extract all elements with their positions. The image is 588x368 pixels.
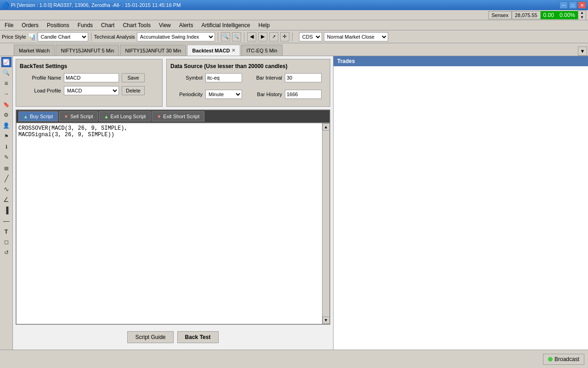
script-tab-buy[interactable]: ▲ Buy Script (18, 111, 58, 121)
export-button[interactable]: ↗ (269, 32, 278, 41)
forward-button[interactable]: ▶ (258, 32, 267, 41)
profile-name-input[interactable] (64, 73, 119, 82)
sidebar-info-icon[interactable]: ℹ (1, 142, 11, 152)
sensex-value: 28,075.55 (512, 11, 541, 19)
symbol-input[interactable] (205, 73, 242, 82)
sell-arrow-down-icon: ▼ (64, 114, 68, 119)
back-test-button[interactable]: Back Test (177, 331, 219, 343)
script-tab-buy-label: Buy Script (30, 114, 53, 119)
symbol-row: Symbol (170, 73, 242, 82)
menu-orders[interactable]: Orders (18, 21, 42, 29)
back-button[interactable]: ◀ (247, 32, 256, 41)
script-scrollbar: ▲ ▼ (322, 123, 329, 324)
broadcast-button[interactable]: Broadcast (543, 354, 584, 365)
script-tab-sell[interactable]: ▼ Sell Script (59, 111, 98, 121)
app-logo-icon: 🔵 (2, 2, 9, 9)
sidebar-flag-icon[interactable]: ⚑ (1, 131, 11, 141)
bar-interval-label: Bar Interval (248, 75, 282, 80)
titlebar-controls: ─ □ ✕ (560, 1, 586, 9)
close-button[interactable]: ✕ (578, 1, 586, 9)
cds-select[interactable]: CDS (299, 32, 322, 41)
scroll-up-btn[interactable]: ▲ (322, 123, 330, 131)
sidebar-arrow-icon[interactable]: → (1, 89, 11, 99)
sidebar-lines-icon[interactable]: ≣ (1, 163, 11, 173)
sidebar-user-icon[interactable]: 👤 (1, 121, 11, 131)
menu-view[interactable]: View (155, 21, 175, 29)
menu-chart-tools[interactable]: Chart Tools (119, 21, 154, 29)
sidebar-search-icon[interactable]: 🔍 (1, 68, 11, 78)
trades-content (334, 66, 588, 350)
sidebar-bars-icon[interactable]: ▐ (1, 205, 11, 215)
bar-interval-input[interactable] (285, 73, 322, 82)
broadcast-dot-icon (548, 357, 553, 362)
action-buttons: Script Guide Back Test (16, 328, 330, 347)
script-tab-exit-long[interactable]: ▲ Exit Long Script (99, 111, 151, 121)
bar-history-row: Bar History (248, 90, 322, 99)
script-editor-container: CROSSOVER(MACD(3, 26, 9, SIMPLE), MACDSi… (16, 123, 330, 324)
scroll-down-btn[interactable]: ▼ (322, 316, 330, 324)
backtest-settings-title: BackTest Settings (20, 63, 158, 69)
sensex-scroll-up[interactable]: ▲ (578, 11, 586, 15)
sidebar-list-icon[interactable]: ≡ (1, 78, 11, 88)
tab-backtest-macd[interactable]: Backtest MACD ✕ (187, 45, 240, 56)
menu-ai[interactable]: Artificial Intelligence (198, 21, 254, 29)
delete-button[interactable]: Delete (122, 86, 145, 95)
sidebar-curve-icon[interactable]: ∿ (1, 184, 11, 194)
backtest-panel: BackTest Settings Profile Name Save Load… (13, 56, 333, 350)
backtest-settings-box: BackTest Settings Profile Name Save Load… (16, 59, 163, 107)
price-style-icon: 📊 (28, 33, 36, 40)
bar-history-label: Bar History (248, 92, 282, 97)
sidebar-text-icon[interactable]: T (1, 226, 11, 236)
menu-funds[interactable]: Funds (74, 21, 96, 29)
sensex-scroll[interactable]: ▲ ▼ (578, 10, 586, 20)
tab-itc-5min[interactable]: ITC-EQ 5 Min (241, 45, 282, 56)
candle-chart-select[interactable]: Candle Chart (38, 32, 88, 41)
sidebar-minus-icon[interactable]: — (1, 216, 11, 226)
sidebar-pencil-icon[interactable]: ✎ (1, 152, 11, 162)
tab-close-backtest[interactable]: ✕ (232, 48, 235, 53)
menu-positions[interactable]: Positions (43, 21, 73, 29)
menu-chart[interactable]: Chart (97, 21, 118, 29)
script-tab-sell-label: Sell Script (70, 114, 93, 119)
tab-nifty-5min[interactable]: NIFTY15JANFUT 5 Min (56, 45, 119, 56)
script-tab-exit-short[interactable]: ▼ Exit Short Script (152, 111, 204, 121)
load-profile-select[interactable]: MACD (64, 86, 119, 95)
crosshair-button[interactable]: ✛ (280, 32, 289, 41)
bar-history-input[interactable] (285, 90, 322, 99)
minimize-button[interactable]: ─ (560, 1, 568, 9)
script-editor[interactable]: CROSSOVER(MACD(3, 26, 9, SIMPLE), MACDSi… (17, 123, 322, 324)
datasource-box: Data Source (Use lesser than 20000 candl… (166, 59, 330, 107)
sidebar: 📈 🔍 ≡ → 🔖 ⚙ 👤 ⚑ ℹ ✎ ≣ ╱ ∿ ∠ ▐ — T ◻ ↺ (0, 56, 13, 350)
script-guide-button[interactable]: Script Guide (127, 331, 173, 343)
load-profile-row: Load Profile MACD Delete (20, 86, 158, 95)
zoom-out-button[interactable]: 🔍 (232, 32, 241, 41)
tab-nifty-30min[interactable]: NIFTY15JANFUT 30 Min (120, 45, 186, 56)
exit-long-arrow-up-icon: ▲ (104, 114, 108, 119)
save-button[interactable]: Save (122, 73, 145, 82)
sidebar-chart-icon[interactable]: 📈 (1, 57, 11, 67)
tab-market-watch[interactable]: Market Watch (14, 45, 55, 56)
technical-analysis-select[interactable]: Accumulative Swing Index (137, 32, 215, 41)
sidebar-refresh-icon[interactable]: ↺ (1, 247, 11, 258)
sidebar-settings-icon[interactable]: ⚙ (1, 110, 11, 120)
sensex-scroll-down[interactable]: ▼ (578, 15, 586, 20)
broadcast-label: Broadcast (554, 356, 579, 362)
main-area: 📈 🔍 ≡ → 🔖 ⚙ 👤 ⚑ ℹ ✎ ≣ ╱ ∿ ∠ ▐ — T ◻ ↺ Ba… (0, 56, 588, 350)
tab-expand-button[interactable]: ▼ (578, 46, 587, 56)
menu-file[interactable]: File (1, 21, 17, 29)
restore-button[interactable]: □ (569, 1, 577, 9)
menubar: File Orders Positions Funds Chart Chart … (0, 20, 588, 30)
sidebar-bookmark-icon[interactable]: 🔖 (1, 99, 11, 109)
sidebar-eraser-icon[interactable]: ◻ (1, 237, 11, 247)
periodicity-row: Periodicity Minute (170, 90, 242, 99)
periodicity-select[interactable]: Minute (205, 90, 242, 99)
zoom-in-button[interactable]: 🔍 (221, 32, 230, 41)
bar-interval-row: Bar Interval (248, 73, 322, 82)
sidebar-diagonal-icon[interactable]: ╱ (1, 173, 11, 184)
market-close-select[interactable]: Normal Market Close (324, 32, 388, 41)
menu-help[interactable]: Help (254, 21, 273, 29)
script-tabs-bar: ▲ Buy Script ▼ Sell Script ▲ Exit Long S… (16, 110, 330, 123)
sidebar-angle-icon[interactable]: ∠ (1, 195, 11, 205)
menu-alerts[interactable]: Alerts (175, 21, 197, 29)
sensex-bar: Sensex 28,075.55 0.00 0.00% ▲ ▼ (0, 10, 588, 20)
